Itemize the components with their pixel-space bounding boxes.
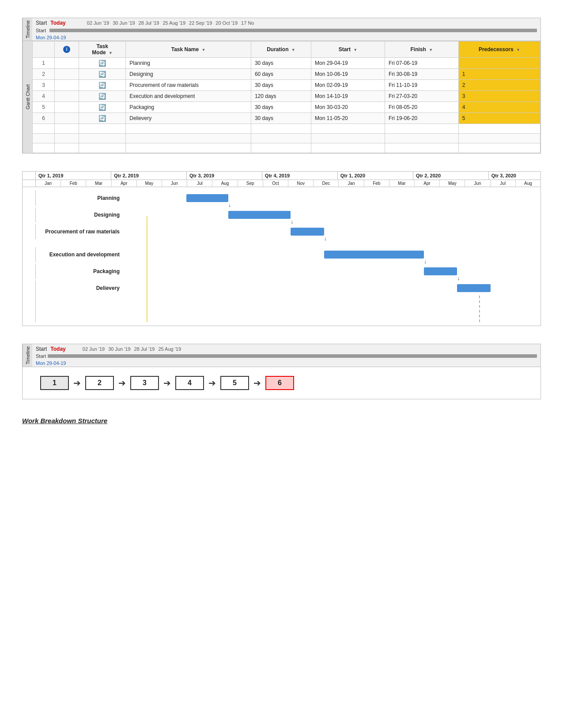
row-mode: 🔄 [79, 58, 126, 69]
finish-sort-icon: ▼ [429, 48, 433, 52]
row-pred: 1 [458, 69, 540, 80]
main-table-area: Gantt Chart i TaskMode ▼ Task Name ▼ [23, 41, 540, 153]
timeline-date-5: 22 Sep '19 [189, 20, 212, 26]
th-task-name[interactable]: Task Name ▼ [126, 41, 251, 58]
info-icon: i [63, 46, 70, 53]
month-nov: Nov [288, 180, 314, 187]
month-oct: Oct [263, 180, 288, 187]
table-row: 5 🔄 Packaging 30 days Mon 30-03-20 Fri 0… [33, 102, 540, 113]
tl2-date-2: 30 Jun '19 [108, 346, 130, 352]
node-4: 4 [175, 376, 204, 390]
tl2-today-label: Today [50, 346, 65, 352]
qtr-3-2019: Qtr 3, 2019 [187, 172, 262, 180]
gantt-today-line [147, 216, 147, 322]
row-task-name: Planning [126, 58, 251, 69]
node-1: 1 [40, 376, 69, 390]
row-info [55, 58, 79, 69]
task-label-procurement: Procurement of raw materials [36, 229, 124, 235]
gantt-bar-procurement [291, 228, 324, 236]
th-start[interactable]: Start ▼ [311, 41, 385, 58]
row-duration: 120 days [251, 91, 311, 102]
timeline2-bar: Timeline Start Today 02 Jun '19 30 Jun '… [23, 344, 540, 367]
gantt-bar-delivery [457, 284, 490, 292]
row-mode: 🔄 [79, 80, 126, 91]
row-num: 1 [33, 58, 55, 69]
qtr-2-2020: Qtr 2, 2020 [413, 172, 489, 180]
start-sort-icon: ▼ [353, 48, 357, 52]
row-num: 4 [33, 91, 55, 102]
timeline-date-6: 20 Oct '19 [215, 20, 238, 26]
gantt-row-execution: Execution and development ↓ [23, 247, 540, 262]
gantt-spacer [23, 239, 540, 245]
timeline2-label: Timeline [23, 344, 32, 367]
month-sep: Sep [238, 180, 263, 187]
wbs-title: Work Breakdown Structure [22, 417, 541, 424]
month-mar: Mar [86, 180, 111, 187]
table-row: 3 🔄 Procurement of raw materials 30 days… [33, 80, 540, 91]
row-duration: 30 days [251, 80, 311, 91]
row-finish: Fri 08-05-20 [385, 102, 458, 113]
row-finish: Fri 27-03-20 [385, 91, 458, 102]
gantt-arrow-designing: ↓ [291, 219, 293, 225]
row-start: Mon 14-10-19 [311, 91, 385, 102]
task-label-packaging: Packaging [36, 268, 124, 274]
row-num: 5 [33, 102, 55, 113]
tl2-start-label: Start [36, 346, 47, 352]
month-header: Jan Feb Mar Apr May Jun Jul Aug Sep Oct … [23, 180, 540, 187]
empty-row [33, 143, 540, 153]
row-num: 3 [33, 80, 55, 91]
empty-row [33, 134, 540, 143]
task-mode-icon: 🔄 [98, 115, 106, 122]
month-feb2: Feb [364, 180, 389, 187]
month-row: Jan Feb Mar Apr May Jun Jul Aug Sep Oct … [36, 180, 540, 187]
row-pred: 4 [458, 102, 540, 113]
th-finish[interactable]: Finish ▼ [385, 41, 458, 58]
row-pred: 3 [458, 91, 540, 102]
month-dec: Dec [314, 180, 339, 187]
table-row: 1 🔄 Planning 30 days Mon 29-04-19 Fri 07… [33, 58, 540, 69]
tl2-start-date: Mon 29-04-19 [36, 360, 66, 366]
gantt-bar-designing [228, 211, 291, 219]
row-finish: Fri 11-10-19 [385, 80, 458, 91]
th-info: i [55, 41, 79, 58]
row-task-name: Execution and development [126, 91, 251, 102]
th-num [33, 41, 55, 58]
row-num: 6 [33, 113, 55, 124]
node-5: 5 [220, 376, 249, 390]
node-diagram-area: 1 ➔ 2 ➔ 3 ➔ 4 ➔ 5 ➔ 6 [23, 367, 540, 399]
qtr-1-2019: Qtr 1, 2019 [36, 172, 111, 180]
gantt-arrow-procurement: ↓ [324, 236, 327, 242]
row-start: Mon 02-09-19 [311, 80, 385, 91]
gantt-arrow-planning: ↓ [228, 202, 231, 208]
row-info [55, 102, 79, 113]
row-task-name: Procurement of raw materials [126, 80, 251, 91]
arrow-3-4: ➔ [163, 378, 171, 388]
row-info [55, 113, 79, 124]
gantt-bar-packaging [424, 267, 457, 275]
month-jan2: Jan [339, 180, 364, 187]
timeline-label: Timeline [23, 18, 32, 41]
th-duration[interactable]: Duration ▼ [251, 41, 311, 58]
project-table-section: Timeline Start Today 02 Jun '19 30 Jun '… [22, 18, 541, 154]
timeline-date-4: 25 Aug '19 [162, 20, 185, 26]
row-num: 2 [33, 69, 55, 80]
th-predecessors[interactable]: Predecessors ▼ [458, 41, 540, 58]
month-jul: Jul [187, 180, 212, 187]
task-mode-icon: 🔄 [98, 93, 106, 100]
name-sort-icon: ▼ [202, 48, 206, 52]
qtr-1-2020: Qtr 1, 2020 [338, 172, 413, 180]
th-mode[interactable]: TaskMode ▼ [79, 41, 126, 58]
month-jun2: Jun [465, 180, 490, 187]
month-mar2: Mar [389, 180, 415, 187]
row-pred: 2 [458, 80, 540, 91]
tl2-date-1: 02 Jun '19 [83, 346, 105, 352]
network-section: Timeline Start Today 02 Jun '19 30 Jun '… [22, 344, 541, 399]
row-duration: 30 days [251, 102, 311, 113]
month-aug: Aug [212, 180, 238, 187]
tl2-date-4: 25 Aug '19 [158, 346, 181, 352]
empty-row [33, 124, 540, 134]
gantt-arrow-packaging: ↓ [457, 275, 460, 281]
qtr-4-2019: Qtr 4, 2019 [262, 172, 338, 180]
timeline-date-7: 17 No [241, 20, 254, 26]
gantt-dashed-line [479, 296, 480, 322]
